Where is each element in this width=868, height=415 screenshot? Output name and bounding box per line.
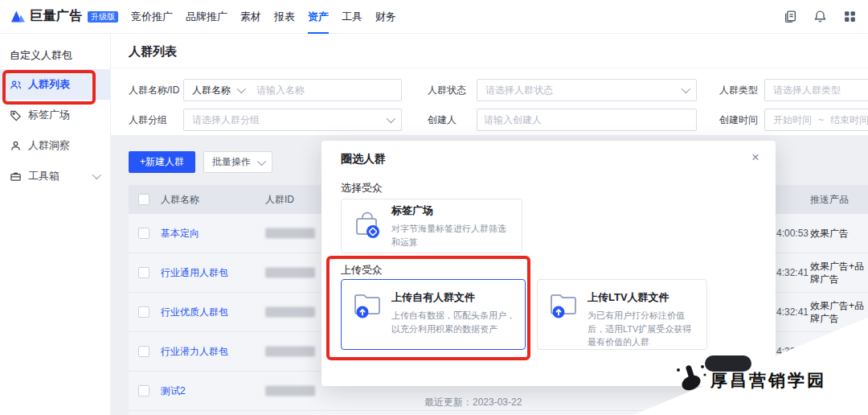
create-time-partial: 4:32:41 xyxy=(776,267,809,278)
select-audience-section-label: 选择受众 xyxy=(341,181,756,195)
tag-card-desc: 对字节海量标签进行人群筛选和运算 xyxy=(391,222,512,249)
sidebar-title: 自定义人群包 xyxy=(0,42,110,69)
start-date-placeholder: 开始时间 xyxy=(773,113,812,127)
upload-audience-section-label: 上传受众 xyxy=(341,263,756,277)
audience-name-link[interactable]: 行业潜力人群包 xyxy=(161,345,228,359)
primary-nav: 竞价推广 品牌推广 素材 报表 资产 工具 财务 xyxy=(131,0,396,34)
brand-name: 巨量广告 xyxy=(30,8,83,25)
blurred-id xyxy=(265,386,315,397)
brand: 巨量广告 升级版 xyxy=(11,8,118,25)
docs-icon[interactable] xyxy=(784,10,797,23)
tag-square-card[interactable]: 标签广场 对字节海量标签进行人群筛选和运算 xyxy=(341,199,522,253)
upload-cards-row: 上传自有人群文件 上传自有数据，匹配头条用户，以充分利用积累的数据资产 上传LT… xyxy=(341,279,756,350)
sidebar-item-toolbox[interactable]: 工具箱 xyxy=(0,161,110,191)
col-header-product: 推送产品 xyxy=(810,193,868,206)
name-filter-group: 人群名称 xyxy=(183,79,402,101)
ltv-card-title: 上传LTV人群文件 xyxy=(588,290,697,305)
ltv-card-text: 上传LTV人群文件 为已有用户打分标注价值后，适用LTV扩展受众获得最有价值的人… xyxy=(588,290,697,349)
chevron-down-icon xyxy=(92,171,101,179)
type-select[interactable]: 请选择人群类型 xyxy=(764,79,868,101)
blurred-id xyxy=(265,228,315,239)
navbar-right-icons xyxy=(784,10,857,23)
create-time-partial: 4:32:41 xyxy=(776,306,809,318)
row-checkbox[interactable] xyxy=(138,306,149,318)
table-row-partial xyxy=(129,411,868,415)
blurred-id xyxy=(265,307,315,318)
new-audience-button[interactable]: +新建人群 xyxy=(129,151,195,173)
nav-item-tools[interactable]: 工具 xyxy=(342,0,362,34)
group-filter-label: 人群分组 xyxy=(129,113,183,127)
row-checkbox[interactable] xyxy=(138,346,149,357)
sidebar-item-audience-insight[interactable]: 人群洞察 xyxy=(0,130,110,161)
chevron-down-icon xyxy=(387,114,395,123)
col-header-id: 人群ID xyxy=(265,193,294,207)
nav-item-asset[interactable]: 资产 xyxy=(308,0,329,34)
people-icon xyxy=(10,79,22,91)
close-icon[interactable]: × xyxy=(751,150,760,164)
sidebar-item-label: 工具箱 xyxy=(28,169,59,183)
creator-input[interactable] xyxy=(477,114,696,125)
filter-bar: 人群名称/ID 人群名称 人群状态 请选择人群状态 人群类型 请选择人群类型 xyxy=(111,68,868,131)
upload-ltv-file-card[interactable]: 上传LTV人群文件 为已有用户打分标注价值后，适用LTV扩展受众获得最有价值的人… xyxy=(537,279,707,350)
bell-icon[interactable] xyxy=(813,10,827,23)
nav-item-report[interactable]: 报表 xyxy=(274,0,295,34)
screen: 巨量广告 升级版 竞价推广 品牌推广 素材 报表 资产 工具 财务 xyxy=(0,0,868,415)
push-product: 效果广告+品牌广告 xyxy=(810,299,868,325)
upload-folder-icon xyxy=(547,290,579,319)
row-checkbox[interactable] xyxy=(138,267,149,278)
name-filter-label: 人群名称/ID xyxy=(129,84,183,97)
audience-name-link[interactable]: 行业通用人群包 xyxy=(161,266,228,280)
tag-icon xyxy=(10,109,22,121)
person-icon xyxy=(10,140,22,152)
nav-item-brand[interactable]: 品牌推广 xyxy=(186,0,227,34)
sidebar-item-label: 标签广场 xyxy=(28,108,70,122)
select-all-checkbox[interactable] xyxy=(138,194,149,205)
upload-own-file-card[interactable]: 上传自有人群文件 上传自有数据，匹配头条用户，以充分利用积累的数据资产 xyxy=(341,279,526,350)
tag-bag-icon xyxy=(351,212,383,240)
row-checkbox[interactable] xyxy=(138,228,149,239)
nav-item-bidding[interactable]: 竞价推广 xyxy=(131,0,173,34)
sidebar-item-tag-square[interactable]: 标签广场 xyxy=(0,100,110,130)
own-card-text: 上传自有人群文件 上传自有数据，匹配头条用户，以充分利用积累的数据资产 xyxy=(391,290,515,335)
upload-folder-icon xyxy=(351,290,383,319)
nav-item-creative[interactable]: 素材 xyxy=(240,0,261,34)
sidebar-item-audience-list[interactable]: 人群列表 xyxy=(0,69,110,100)
last-update-text: 最近更新：2023-03-22 xyxy=(424,396,522,409)
apps-grid-icon[interactable] xyxy=(843,10,857,23)
batch-actions-button[interactable]: 批量操作 xyxy=(203,151,272,173)
name-type-select[interactable]: 人群名称 xyxy=(184,84,250,97)
blurred-id xyxy=(265,347,315,357)
chevron-down-icon xyxy=(257,156,266,165)
audience-name-link[interactable]: 基本定向 xyxy=(161,227,199,240)
upgrade-badge: 升级版 xyxy=(88,11,118,23)
page-title: 人群列表 xyxy=(111,34,868,68)
juliang-logo-icon xyxy=(11,10,25,23)
filter-row-1: 人群名称/ID 人群名称 人群状态 请选择人群状态 人群类型 请选择人群类型 xyxy=(129,79,868,101)
audience-name-link[interactable]: 行业优质人群包 xyxy=(161,306,228,319)
chevron-down-icon xyxy=(237,84,246,93)
push-product: 效果广告+品牌广告 xyxy=(810,339,868,364)
push-product: 效果广告 xyxy=(810,227,868,240)
create-time-partial: 4:32:41 xyxy=(776,346,809,357)
tag-card-text: 标签广场 对字节海量标签进行人群筛选和运算 xyxy=(391,203,512,249)
nav-item-finance[interactable]: 财务 xyxy=(375,0,396,34)
modal-title: 圈选人群 xyxy=(341,152,756,168)
date-range-picker[interactable]: 开始时间 ~ 结束时间 xyxy=(764,109,868,131)
sidebar-item-label: 人群列表 xyxy=(28,77,70,92)
sidebar: 自定义人群包 人群列表 标签广场 人群洞察 工具箱 xyxy=(0,34,111,415)
audience-name-link[interactable]: 测试2 xyxy=(161,384,186,398)
own-card-title: 上传自有人群文件 xyxy=(391,290,515,305)
toolbox-icon xyxy=(10,171,22,183)
tag-card-title: 标签广场 xyxy=(391,203,512,218)
sidebar-item-label: 人群洞察 xyxy=(28,138,70,153)
row-checkbox[interactable] xyxy=(138,385,149,397)
status-select[interactable]: 请选择人群状态 xyxy=(477,79,697,101)
ltv-card-desc: 为已有用户打分标注价值后，适用LTV扩展受众获得最有价值的人群 xyxy=(588,309,697,349)
group-select[interactable]: 请选择人群分组 xyxy=(183,109,402,131)
name-search-input[interactable] xyxy=(250,84,401,96)
end-date-placeholder: 结束时间 xyxy=(830,113,868,127)
push-product: 效果广告+品牌广告 xyxy=(810,260,868,286)
audience-picker-modal: 圈选人群 × 选择受众 标签广场 对字节海量标签进行人群筛选和运算 上传受众 xyxy=(321,141,776,386)
creator-input-wrap xyxy=(477,109,697,131)
chevron-down-icon xyxy=(682,84,690,93)
